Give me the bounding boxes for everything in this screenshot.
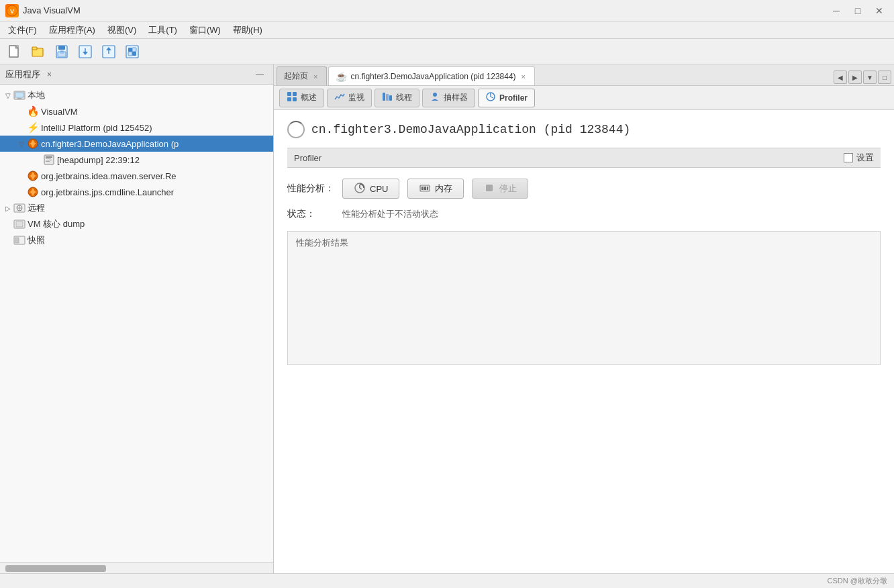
sidebar-header: 应用程序 × —: [0, 64, 273, 85]
subtab-monitor[interactable]: 监视: [327, 89, 372, 107]
title-bar: V Java VisualVM ─ □ ✕: [0, 0, 894, 21]
profiler-bar: Profiler 设置: [287, 148, 881, 168]
save-icon: 图: [54, 44, 69, 59]
tree-node-jps[interactable]: ▷ org.jetbrains.jps.cmdline.Launcher: [0, 184, 273, 200]
subtab-profiler-label: Profiler: [499, 93, 528, 103]
sidebar-title: 应用程序: [5, 68, 40, 81]
visualvm-icon: 🔥: [27, 105, 39, 117]
expander-demoapp: ▽: [16, 138, 27, 149]
tab-start[interactable]: 起始页 ×: [277, 66, 327, 85]
cpu-btn-icon: [354, 182, 366, 196]
visualvm-label: VisualVM: [41, 107, 78, 117]
maven-label: org.jetbrains.idea.maven.server.Re: [41, 171, 177, 181]
stop-btn-label: 停止: [499, 183, 517, 195]
memory-btn-label: 内存: [435, 183, 452, 195]
menu-file[interactable]: 文件(F): [3, 22, 42, 38]
results-label: 性能分析结果: [296, 238, 348, 248]
subtab-threads[interactable]: 线程: [375, 89, 419, 107]
new-icon: [7, 44, 22, 59]
tree-node-heapdump[interactable]: ▷ [heapdump] 22:39:12: [0, 152, 273, 168]
tab-nav-dropdown[interactable]: ▼: [863, 70, 877, 84]
tabs-left: 起始页 × ☕ cn.fighter3.DemoJavaApplication …: [277, 66, 535, 85]
svg-point-55: [433, 93, 437, 97]
subtab-overview[interactable]: 概述: [279, 89, 324, 107]
cpu-btn-label: CPU: [370, 184, 388, 194]
svg-rect-33: [46, 158, 51, 159]
svg-rect-48: [287, 92, 291, 96]
snapshot-icon: [13, 234, 26, 246]
toolbar-btn-5[interactable]: [121, 42, 143, 62]
import-icon: [101, 44, 116, 59]
tree-node-local[interactable]: ▽ 本地: [0, 87, 273, 103]
application-tree: ▽ 本地 ▷ 🔥 VisualVM ▷ ⚡: [0, 85, 273, 562]
svg-rect-51: [293, 97, 297, 101]
svg-rect-24: [128, 52, 132, 56]
tree-node-visualvm[interactable]: ▷ 🔥 VisualVM: [0, 103, 273, 119]
toolbar-btn-2[interactable]: 图: [51, 42, 72, 62]
jps-label: org.jetbrains.jps.cmdline.Launcher: [41, 187, 174, 197]
tree-node-intellij[interactable]: ▷ ⚡ IntelliJ Platform (pid 125452): [0, 119, 273, 136]
performance-row: 性能分析： CPU: [287, 179, 881, 199]
memory-button[interactable]: 内存: [407, 179, 464, 199]
sidebar-close-btn[interactable]: ×: [44, 69, 54, 80]
tree-node-maven[interactable]: ▷ org.jetbrains.idea.maven.server.Re: [0, 168, 273, 184]
status-text: 性能分析处于不活动状态: [342, 208, 438, 220]
vmcore-icon: [13, 218, 26, 230]
sidebar-minimize-btn[interactable]: —: [252, 69, 268, 80]
subtab-overview-label: 概述: [301, 92, 317, 103]
svg-rect-25: [132, 52, 136, 56]
sidebar-scrollbar[interactable]: [0, 562, 273, 573]
main-area: 应用程序 × — ▽ 本地 ▷ 🔥: [0, 64, 894, 573]
tab-start-close[interactable]: ×: [311, 72, 319, 81]
content-area: 起始页 × ☕ cn.fighter3.DemoJavaApplication …: [274, 64, 894, 573]
sub-toolbar: 概述 监视 线程: [274, 86, 894, 110]
intellij-icon: ⚡: [27, 121, 39, 134]
tree-node-snapshot[interactable]: ▷ 快照: [0, 232, 273, 248]
open-icon: [31, 44, 46, 59]
menu-app[interactable]: 应用程序(A): [44, 22, 101, 38]
toolbar-btn-1[interactable]: [28, 42, 49, 62]
tree-node-demoapp[interactable]: ▽ cn.fighter3.DemoJavaApplication (p: [0, 136, 273, 152]
monitor-icon: [334, 91, 345, 104]
toolbar-btn-0[interactable]: [4, 42, 26, 62]
toolbar-btn-3[interactable]: [74, 42, 96, 62]
settings-checkbox[interactable]: [844, 153, 853, 162]
menu-view[interactable]: 视图(V): [102, 22, 142, 38]
tab-app[interactable]: ☕ cn.fighter3.DemoJavaApplication (pid 1…: [328, 66, 535, 85]
tab-start-label: 起始页: [284, 70, 308, 82]
settings-label: 设置: [856, 152, 874, 164]
scroll-thumb-horizontal[interactable]: [5, 565, 106, 572]
tree-node-vmcore[interactable]: ▷ VM 核心 dump: [0, 216, 273, 232]
svg-rect-27: [15, 93, 23, 97]
maximize-button[interactable]: □: [848, 3, 867, 18]
app-icon: V: [5, 4, 19, 17]
svg-line-61: [360, 188, 362, 189]
tree-node-remote[interactable]: ▷ 远程: [0, 200, 273, 216]
menu-tools[interactable]: 工具(T): [143, 22, 183, 38]
svg-rect-66: [419, 187, 421, 187]
subtab-profiler[interactable]: Profiler: [478, 89, 535, 107]
tab-app-close[interactable]: ×: [519, 72, 528, 81]
tab-nav-prev[interactable]: ◀: [834, 70, 847, 84]
menu-help[interactable]: 帮助(H): [228, 22, 268, 38]
minimize-button[interactable]: ─: [827, 3, 846, 18]
close-button[interactable]: ✕: [870, 3, 889, 18]
plugin-icon: [125, 44, 140, 59]
remote-icon: [13, 202, 26, 214]
toolbar-btn-4[interactable]: [98, 42, 119, 62]
svg-rect-49: [293, 92, 297, 96]
local-label: 本地: [28, 89, 45, 101]
window-controls: ─ □ ✕: [827, 3, 889, 18]
stop-button[interactable]: 停止: [472, 179, 528, 199]
tab-nav-maximize[interactable]: □: [878, 70, 891, 84]
profiler-settings[interactable]: 设置: [844, 152, 874, 164]
cpu-button[interactable]: CPU: [342, 179, 399, 199]
memory-btn-icon: [419, 182, 431, 196]
tab-nav-next[interactable]: ▶: [848, 70, 862, 84]
overview-icon: [287, 91, 297, 104]
svg-rect-53: [386, 94, 389, 101]
sidebar: 应用程序 × — ▽ 本地 ▷ 🔥: [0, 64, 274, 573]
local-icon: [13, 89, 26, 101]
subtab-sampler[interactable]: 抽样器: [422, 89, 475, 107]
menu-window[interactable]: 窗口(W): [184, 22, 226, 38]
